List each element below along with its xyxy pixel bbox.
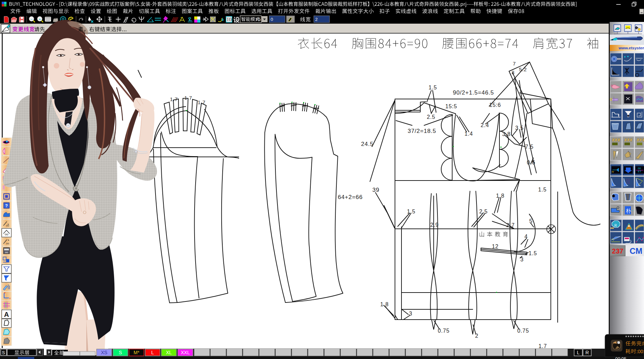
svg-text:0.75: 0.75 bbox=[517, 328, 529, 334]
svg-text:?: ? bbox=[5, 203, 8, 208]
svg-text:0.6: 0.6 bbox=[527, 160, 535, 165]
svg-text:−: − bbox=[30, 17, 33, 21]
svg-text:XS: XS bbox=[101, 350, 108, 355]
svg-text:7: 7 bbox=[513, 61, 516, 66]
svg-text:XXL: XXL bbox=[181, 350, 190, 355]
svg-text:2.9: 2.9 bbox=[430, 222, 439, 228]
svg-text:A: A bbox=[4, 311, 9, 318]
svg-text:.8: .8 bbox=[510, 70, 515, 75]
svg-text:1.5: 1.5 bbox=[407, 209, 416, 214]
svg-text:00: 00 bbox=[638, 167, 641, 170]
svg-text:4: 4 bbox=[524, 234, 528, 239]
svg-text:oo: oo bbox=[6, 224, 9, 227]
svg-text:R: R bbox=[614, 224, 617, 227]
svg-text:oo: oo bbox=[5, 251, 8, 254]
svg-text:2.5: 2.5 bbox=[479, 209, 488, 214]
svg-text:1.5: 1.5 bbox=[429, 85, 437, 90]
svg-text:64+2=66: 64+2=66 bbox=[338, 194, 363, 200]
svg-text:3.8: 3.8 bbox=[502, 131, 511, 137]
svg-text:2.7: 2.7 bbox=[506, 222, 515, 228]
svg-text:1.4: 1.4 bbox=[465, 131, 473, 137]
svg-text:15:6: 15:6 bbox=[489, 102, 501, 108]
svg-text:0: 0 bbox=[271, 17, 273, 22]
svg-text:0.75: 0.75 bbox=[438, 328, 449, 334]
svg-text:1.5: 1.5 bbox=[538, 187, 547, 193]
svg-text:L: L bbox=[151, 350, 154, 355]
svg-text:oo: oo bbox=[5, 233, 8, 236]
svg-text:2: 2 bbox=[315, 17, 318, 22]
svg-text:24.5: 24.5 bbox=[361, 141, 373, 147]
svg-text:2.4: 2.4 bbox=[481, 122, 489, 128]
svg-text:+: + bbox=[39, 17, 41, 21]
svg-text:3: 3 bbox=[409, 311, 412, 317]
svg-text:1.8: 1.8 bbox=[496, 193, 505, 199]
svg-text:1.7: 1.7 bbox=[198, 99, 206, 105]
svg-text:S: S bbox=[2, 350, 5, 355]
svg-text:x: x bbox=[9, 297, 11, 300]
svg-text:oo: oo bbox=[6, 242, 9, 245]
svg-text:15:5: 15:5 bbox=[445, 103, 457, 109]
svg-text:1.8: 1.8 bbox=[380, 301, 389, 307]
svg-text:CM: CM bbox=[630, 246, 642, 256]
svg-text:90/2+1.5=46.5: 90/2+1.5=46.5 bbox=[453, 89, 494, 96]
svg-text:2: 2 bbox=[475, 333, 479, 339]
svg-text:1.7: 1.7 bbox=[184, 95, 192, 101]
svg-text:39: 39 bbox=[372, 187, 380, 193]
svg-text:www.etsystem: www.etsystem bbox=[618, 46, 644, 50]
svg-text:R: R bbox=[585, 350, 589, 355]
svg-text:XL: XL bbox=[166, 350, 172, 355]
svg-text:37/2=18.5: 37/2=18.5 bbox=[408, 128, 436, 134]
svg-text:1.7: 1.7 bbox=[170, 96, 178, 102]
svg-text:3.5: 3.5 bbox=[515, 125, 524, 131]
svg-text:00:23:3: 00:23:3 bbox=[638, 349, 644, 354]
svg-text:3: 3 bbox=[520, 257, 524, 262]
svg-text:1.5: 1.5 bbox=[529, 250, 537, 256]
svg-text:5: 5 bbox=[529, 218, 533, 224]
svg-text:237: 237 bbox=[612, 247, 623, 255]
svg-text:S: S bbox=[119, 350, 122, 355]
svg-text:12: 12 bbox=[492, 244, 498, 249]
svg-text:F5: F5 bbox=[256, 17, 261, 22]
svg-text:2.5: 2.5 bbox=[427, 114, 435, 120]
svg-text:?: ? bbox=[180, 16, 182, 20]
svg-text:L: L bbox=[577, 350, 580, 355]
svg-text:7.5: 7.5 bbox=[525, 144, 534, 150]
svg-text:5.2: 5.2 bbox=[519, 66, 527, 72]
svg-text:M*: M* bbox=[134, 350, 140, 355]
